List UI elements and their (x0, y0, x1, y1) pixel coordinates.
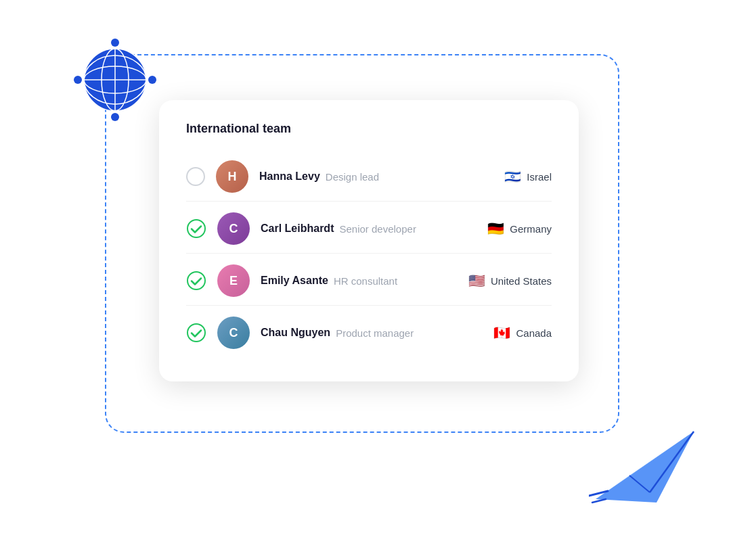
country-name-carl: Germany (510, 223, 552, 235)
international-team-card: International team H Hanna Levy Design l… (159, 100, 579, 381)
member-name-emily: Emily Asante (261, 275, 328, 287)
globe-icon (68, 32, 162, 127)
checked-icon (186, 218, 206, 239)
team-row-emily[interactable]: E Emily Asante HR consultant 🇺🇸 United S… (186, 256, 552, 306)
checked-icon (186, 323, 206, 343)
avatar-emily: E (217, 264, 250, 297)
member-name-carl: Carl Leibhardt (261, 223, 334, 235)
member-country-hanna: 🇮🇱 Israel (457, 168, 552, 185)
team-list: H Hanna Levy Design lead 🇮🇱 Israel C Car… (186, 152, 552, 357)
team-row-chau[interactable]: C Chau Nguyen Product manager 🇨🇦 Canada (186, 308, 552, 357)
member-role-carl: Senior developer (339, 223, 416, 235)
svg-point-19 (187, 324, 205, 342)
member-role-chau: Product manager (336, 327, 414, 339)
card-title: International team (186, 122, 552, 136)
member-name-chau: Chau Nguyen (261, 327, 330, 339)
country-name-hanna: Israel (527, 171, 552, 183)
checked-icon (186, 271, 206, 291)
svg-point-2 (111, 113, 119, 121)
svg-line-16 (592, 499, 606, 503)
svg-point-17 (187, 220, 205, 237)
team-row-hanna[interactable]: H Hanna Levy Design lead 🇮🇱 Israel (186, 152, 552, 202)
avatar-carl: C (217, 212, 250, 245)
member-country-emily: 🇺🇸 United States (457, 273, 552, 289)
member-info-hanna: Hanna Levy Design lead (259, 170, 457, 183)
flag-hanna: 🇮🇱 (504, 168, 521, 185)
paper-plane-icon (589, 418, 697, 506)
member-name-hanna: Hanna Levy (259, 170, 320, 183)
member-info-chau: Chau Nguyen Product manager (261, 327, 457, 339)
member-role-emily: HR consultant (334, 275, 397, 287)
svg-point-0 (111, 39, 119, 47)
avatar-chau: C (217, 317, 250, 349)
svg-point-1 (148, 76, 156, 84)
flag-chau: 🇨🇦 (493, 325, 510, 341)
member-country-carl: 🇩🇪 Germany (457, 220, 552, 237)
member-info-emily: Emily Asante HR consultant (261, 275, 457, 287)
member-role-hanna: Design lead (326, 171, 379, 183)
scene: International team H Hanna Levy Design l… (0, 0, 731, 560)
avatar-hanna: H (216, 160, 248, 193)
member-info-carl: Carl Leibhardt Senior developer (261, 223, 457, 235)
country-name-chau: Canada (516, 327, 552, 339)
unchecked-icon (186, 167, 205, 186)
flag-emily: 🇺🇸 (468, 273, 485, 289)
team-row-carl[interactable]: C Carl Leibhardt Senior developer 🇩🇪 Ger… (186, 204, 552, 254)
svg-marker-11 (596, 431, 694, 503)
member-country-chau: 🇨🇦 Canada (457, 325, 552, 341)
svg-point-18 (187, 272, 205, 289)
flag-carl: 🇩🇪 (487, 220, 504, 237)
svg-point-3 (74, 76, 82, 84)
country-name-emily: United States (491, 275, 552, 287)
